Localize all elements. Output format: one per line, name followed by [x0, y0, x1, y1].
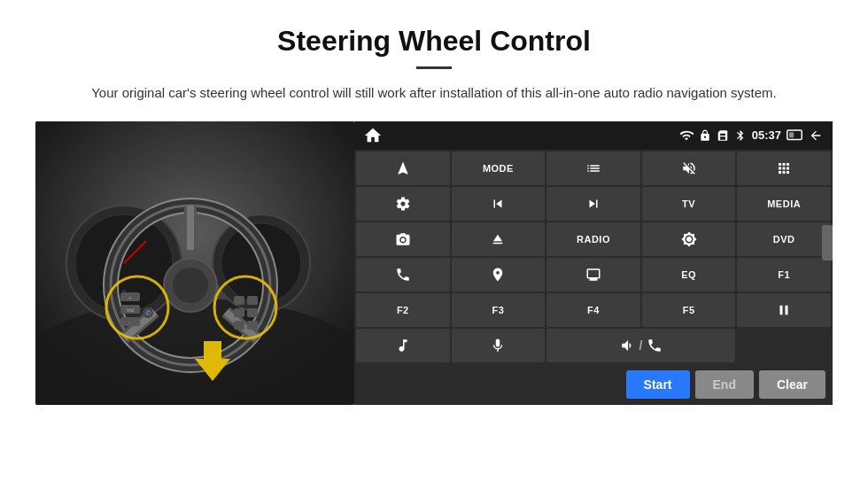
f4-button[interactable]: F4 — [546, 293, 640, 327]
brightness-button[interactable] — [642, 222, 736, 256]
navigate-button[interactable] — [356, 152, 450, 185]
steering-wheel-svg: 120 0 — [35, 121, 354, 405]
vol-phone-button[interactable]: / — [546, 329, 735, 362]
steering-img-placeholder: 120 0 — [35, 121, 354, 405]
start-button[interactable]: Start — [626, 370, 690, 399]
sim-icon — [717, 129, 729, 142]
phone-button[interactable] — [356, 258, 450, 292]
controls-panel: 05:37 — [354, 121, 833, 364]
svg-text:-: - — [129, 320, 131, 325]
eq-button[interactable]: EQ — [642, 258, 736, 292]
scroll-indicator[interactable] — [822, 225, 833, 260]
media-button[interactable]: MEDIA — [737, 187, 831, 221]
page-subtitle: Your original car's steering wheel contr… — [35, 83, 833, 104]
screen-button[interactable] — [546, 258, 640, 292]
page-title: Steering Wheel Control — [35, 25, 833, 58]
f5-button[interactable]: F5 — [642, 293, 736, 327]
next-button[interactable] — [546, 187, 640, 221]
eject-button[interactable] — [452, 222, 546, 256]
svg-rect-32 — [234, 308, 244, 317]
svg-point-39 — [401, 237, 406, 242]
tv-button[interactable]: TV — [642, 187, 736, 221]
svg-rect-33 — [247, 308, 258, 317]
lock-icon — [699, 129, 711, 142]
wifi-icon — [679, 128, 694, 143]
radio-button[interactable]: RADIO — [546, 222, 640, 256]
bluetooth-icon — [734, 129, 747, 142]
menu-list-button[interactable] — [546, 152, 640, 185]
title-divider — [416, 66, 452, 69]
dvd-button[interactable]: DVD — [737, 222, 831, 256]
navi-button[interactable] — [452, 258, 546, 292]
prev-button[interactable] — [452, 187, 546, 221]
mute-button[interactable] — [642, 152, 736, 185]
page-wrapper: Steering Wheel Control Your original car… — [0, 0, 868, 405]
mirror-icon — [787, 129, 802, 142]
f1-button[interactable]: F1 — [737, 258, 831, 292]
content-row: 120 0 — [35, 121, 833, 405]
camera360-button[interactable] — [356, 222, 450, 256]
f2-button[interactable]: F2 — [356, 293, 450, 327]
status-time: 05:37 — [752, 128, 781, 142]
svg-text:Vol: Vol — [127, 307, 134, 313]
svg-point-1 — [35, 299, 354, 405]
steering-wheel-image: 120 0 — [35, 121, 354, 405]
f3-button[interactable]: F3 — [452, 293, 546, 327]
status-bar: 05:37 — [354, 121, 833, 150]
apps-button[interactable] — [737, 152, 831, 185]
music-button[interactable] — [356, 329, 450, 362]
settings-button[interactable] — [356, 187, 450, 221]
svg-rect-31 — [247, 296, 258, 305]
button-grid: MODE — [354, 150, 833, 364]
status-bar-right: 05:37 — [679, 128, 824, 143]
svg-point-19 — [173, 268, 208, 303]
svg-rect-35 — [247, 321, 258, 330]
svg-rect-30 — [234, 296, 244, 305]
mode-button[interactable]: MODE — [452, 152, 546, 185]
svg-rect-38 — [789, 132, 794, 137]
back-icon — [808, 128, 824, 143]
playpause-button[interactable] — [737, 293, 831, 327]
home-icon — [363, 126, 383, 145]
clear-button[interactable]: Clear — [759, 370, 825, 399]
svg-text:✆: ✆ — [145, 309, 151, 317]
action-bar: Start End Clear — [354, 364, 833, 405]
svg-rect-34 — [234, 321, 244, 330]
status-bar-left — [363, 126, 383, 145]
end-button[interactable]: End — [695, 370, 754, 399]
mic-button[interactable] — [452, 329, 546, 362]
svg-text:+: + — [128, 295, 132, 300]
